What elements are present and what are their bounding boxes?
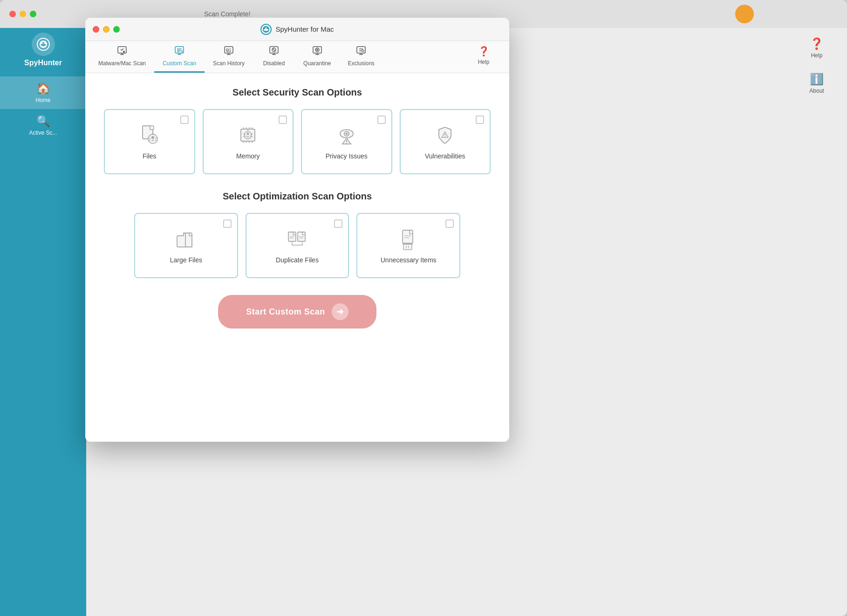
tab-exclusions-label: Exclusions: [348, 60, 374, 67]
tab-custom-scan-label: Custom Scan: [163, 60, 196, 67]
tab-malware-scan[interactable]: Malware/Mac Scan: [90, 41, 154, 73]
scan-icon: 🔍: [36, 115, 50, 128]
bg-minimize-button[interactable]: [20, 11, 26, 17]
tab-disabled-label: Disabled: [263, 60, 285, 67]
bg-sidebar: SpyHunter 🏠 Home 🔍 Active Sc...: [0, 28, 86, 616]
start-custom-scan-button[interactable]: Start Custom Scan ➜: [218, 295, 376, 329]
svg-point-18: [244, 131, 252, 139]
scan-option-files[interactable]: Files: [104, 109, 195, 174]
malware-scan-icon: [117, 46, 127, 58]
tab-help[interactable]: ❓ Help: [463, 41, 505, 73]
large-files-checkbox[interactable]: [223, 219, 232, 228]
right-panel-about[interactable]: ℹ️ About: [809, 73, 824, 94]
custom-scan-icon: [174, 46, 184, 58]
svg-rect-5: [181, 50, 183, 52]
tab-help-label: Help: [478, 59, 490, 65]
quarantine-icon: [312, 46, 322, 58]
bg-traffic-lights: [9, 11, 36, 17]
bg-window-title: Scan Complete!: [204, 10, 251, 18]
scan-option-privacy[interactable]: Privacy Issues: [301, 109, 392, 174]
modal-minimize-button[interactable]: [103, 26, 109, 33]
home-icon: 🏠: [36, 82, 50, 95]
bg-maximize-button[interactable]: [30, 11, 36, 17]
right-panel: ❓ Help ℹ️ About: [786, 28, 847, 149]
tab-custom-scan[interactable]: Custom Scan: [154, 41, 205, 73]
help-icon: ❓: [810, 37, 824, 50]
svg-point-1: [261, 24, 271, 34]
main-modal: SpyHunter for Mac Malware/Mac Scan: [85, 18, 509, 442]
scan-history-icon: [224, 46, 234, 58]
sidebar-item-home[interactable]: 🏠 Home: [0, 76, 86, 109]
svg-rect-6: [225, 47, 233, 53]
memory-label: Memory: [236, 152, 260, 160]
start-button-container: Start Custom Scan ➜: [104, 295, 491, 329]
files-label: Files: [143, 152, 157, 160]
vulnerabilities-label: Vulnerabilities: [425, 152, 465, 160]
svg-rect-26: [185, 233, 192, 247]
tab-malware-scan-label: Malware/Mac Scan: [98, 60, 146, 67]
memory-checkbox[interactable]: [279, 116, 287, 124]
tab-quarantine-label: Quarantine: [303, 60, 331, 67]
privacy-option-icon: [335, 123, 358, 147]
security-options-grid: Files Memory: [104, 109, 491, 174]
sidebar-item-active-scan[interactable]: 🔍 Active Sc...: [0, 109, 86, 142]
disabled-icon: [269, 46, 279, 58]
start-button-arrow-icon: ➜: [332, 303, 348, 320]
tab-quarantine[interactable]: Quarantine: [295, 41, 339, 73]
svg-rect-30: [403, 244, 412, 250]
unnecessary-items-label: Unnecessary Items: [381, 256, 437, 264]
unnecessary-items-checkbox[interactable]: [445, 219, 454, 228]
duplicate-files-label: Duplicate Files: [276, 256, 319, 264]
modal-maximize-button[interactable]: [113, 26, 120, 33]
scan-option-vulnerabilities[interactable]: Vulnerabilities: [400, 109, 491, 174]
svg-point-19: [247, 133, 249, 135]
vulnerabilities-option-icon: [433, 123, 457, 147]
modal-title-text: SpyHunter for Mac: [275, 25, 334, 33]
bg-app-logo: [32, 33, 55, 56]
scan-option-memory[interactable]: Memory: [203, 109, 294, 174]
bg-app-name: SpyHunter: [24, 59, 62, 67]
modal-content: Select Security Scan Options Files: [85, 73, 509, 442]
privacy-label: Privacy Issues: [326, 152, 368, 160]
svg-point-23: [346, 143, 347, 144]
files-checkbox[interactable]: [180, 116, 189, 124]
tab-scan-history-label: Scan History: [213, 60, 245, 67]
spyhunter-logo-icon: [260, 24, 272, 35]
privacy-checkbox[interactable]: [377, 116, 386, 124]
info-icon: ℹ️: [810, 73, 824, 86]
help-tab-icon: ❓: [478, 46, 490, 57]
svg-point-16: [151, 136, 154, 139]
modal-close-button[interactable]: [93, 26, 99, 33]
security-section-title: Select Security Scan Options: [104, 87, 491, 98]
start-button-label: Start Custom Scan: [246, 307, 325, 317]
scan-option-large-files[interactable]: Large Files: [134, 213, 238, 278]
modal-traffic-lights: [93, 26, 120, 33]
exclusions-icon: [356, 46, 366, 58]
duplicate-files-option-icon: [286, 227, 309, 251]
scan-option-duplicate-files[interactable]: Duplicate Files: [246, 213, 349, 278]
modal-title-content: SpyHunter for Mac: [260, 24, 334, 35]
bg-close-button[interactable]: [9, 11, 16, 17]
svg-rect-14: [150, 126, 154, 130]
user-avatar: [735, 5, 754, 23]
tab-exclusions[interactable]: Exclusions: [339, 41, 383, 73]
scan-option-unnecessary-items[interactable]: Unnecessary Items: [356, 213, 460, 278]
svg-point-0: [37, 38, 49, 50]
modal-titlebar: SpyHunter for Mac: [85, 18, 509, 41]
optimization-options-grid: Large Files: [134, 213, 460, 278]
tab-bar: Malware/Mac Scan Custom Scan: [85, 41, 509, 73]
large-files-option-icon: [174, 227, 198, 251]
svg-point-22: [345, 133, 348, 135]
unnecessary-items-option-icon: [397, 227, 420, 251]
svg-point-3: [123, 51, 125, 53]
tab-disabled[interactable]: Disabled: [253, 41, 295, 73]
large-files-label: Large Files: [170, 256, 202, 264]
svg-point-24: [444, 136, 445, 137]
vulnerabilities-checkbox[interactable]: [476, 116, 484, 124]
right-panel-help[interactable]: ❓ Help: [810, 37, 824, 59]
svg-rect-11: [357, 47, 365, 53]
tab-scan-history[interactable]: Scan History: [205, 41, 253, 73]
svg-rect-29: [403, 230, 413, 243]
duplicate-files-checkbox[interactable]: [334, 219, 342, 228]
memory-option-icon: [236, 123, 260, 147]
